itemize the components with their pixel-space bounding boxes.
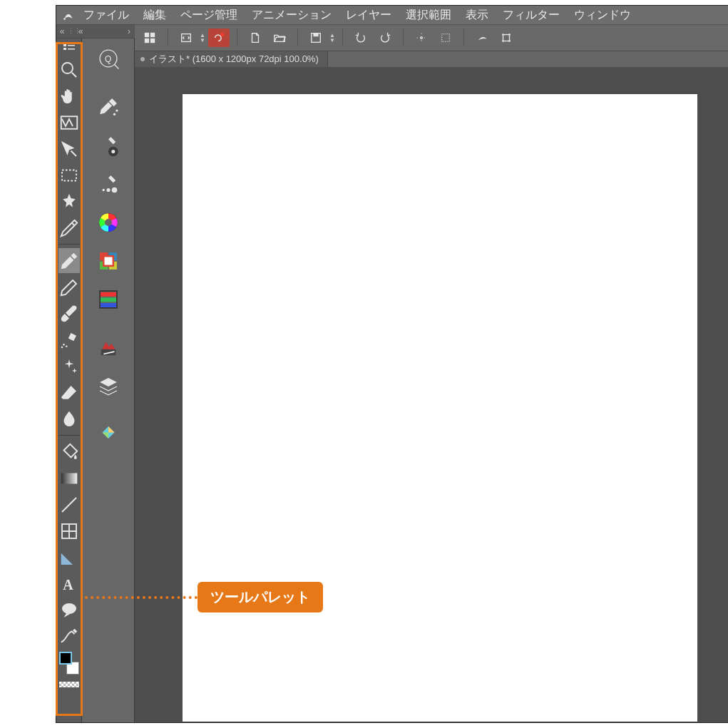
- svg-point-0: [63, 18, 66, 20]
- svg-point-33: [116, 109, 118, 111]
- rotate-view-tool[interactable]: [58, 110, 80, 135]
- history-spinner[interactable]: ▲▼: [329, 33, 335, 43]
- airbrush-tool[interactable]: [58, 327, 80, 352]
- menu-layer[interactable]: レイヤー: [339, 8, 399, 23]
- svg-point-6: [220, 33, 224, 36]
- palette-launcher-column: Q: [82, 39, 135, 722]
- figure-line-tool[interactable]: [58, 492, 80, 517]
- zoom-spinner[interactable]: ▲▼: [200, 33, 205, 43]
- pen-tool[interactable]: [58, 248, 80, 273]
- frame-border-tool[interactable]: [58, 518, 80, 543]
- ruler-tool[interactable]: [58, 545, 80, 570]
- text-tool[interactable]: A: [58, 571, 80, 596]
- new-file-button[interactable]: [245, 29, 266, 47]
- app-logo-icon: [61, 7, 76, 23]
- collapse-left-double-icon[interactable]: «: [56, 26, 68, 36]
- gradient-tool[interactable]: [58, 466, 80, 491]
- svg-point-13: [508, 34, 511, 36]
- svg-point-34: [111, 150, 115, 153]
- svg-point-32: [113, 113, 115, 116]
- pencil-tool[interactable]: [58, 275, 80, 299]
- eyedropper-tool[interactable]: [58, 215, 80, 240]
- menu-view[interactable]: 表示: [458, 8, 496, 23]
- undo-button[interactable]: [350, 29, 371, 47]
- svg-point-25: [61, 346, 63, 348]
- palette-menu-icon[interactable]: [58, 41, 80, 56]
- color-slider-button[interactable]: [94, 285, 123, 314]
- menu-file[interactable]: ファイル: [76, 8, 136, 23]
- fill-tool[interactable]: [58, 439, 80, 464]
- menu-edit[interactable]: 編集: [136, 8, 173, 23]
- record-timelapse-button[interactable]: [208, 29, 230, 47]
- material-button[interactable]: [94, 421, 123, 449]
- collapse-left-icon[interactable]: «: [75, 26, 86, 36]
- svg-point-14: [502, 40, 504, 42]
- hand-tool[interactable]: [58, 83, 80, 108]
- svg-rect-18: [63, 48, 66, 50]
- svg-rect-8: [313, 34, 318, 37]
- svg-rect-19: [68, 48, 75, 50]
- color-set-button[interactable]: [94, 247, 123, 275]
- menu-window[interactable]: ウィンドウ: [567, 8, 638, 23]
- collapse-right-icon[interactable]: ›: [123, 26, 135, 36]
- open-folder-button[interactable]: [269, 29, 290, 47]
- balloon-tool[interactable]: [58, 598, 80, 622]
- transform-button[interactable]: [496, 29, 517, 47]
- flip-canvas-button[interactable]: [175, 29, 197, 47]
- svg-point-36: [106, 188, 110, 192]
- color-wheel-button[interactable]: [94, 208, 123, 237]
- move-layer-tool[interactable]: [58, 136, 80, 161]
- blend-tool[interactable]: [58, 406, 80, 431]
- svg-point-20: [62, 63, 73, 73]
- svg-rect-11: [503, 35, 509, 41]
- brush-tool[interactable]: [58, 301, 80, 326]
- svg-point-23: [63, 344, 65, 346]
- subtool-button[interactable]: [94, 93, 123, 121]
- svg-rect-45: [100, 292, 117, 297]
- svg-rect-2: [150, 33, 155, 37]
- color-swatch[interactable]: [59, 652, 79, 680]
- correct-line-tool[interactable]: [58, 624, 80, 649]
- snap-center-button[interactable]: [411, 29, 432, 47]
- svg-rect-46: [100, 297, 117, 302]
- transparent-color-icon[interactable]: [59, 682, 79, 687]
- canvas-area: [135, 67, 728, 722]
- save-button[interactable]: [305, 29, 327, 47]
- svg-point-29: [62, 603, 76, 614]
- document-tab-bar: イラスト* (1600 x 1200px 72dpi 100.0%): [135, 51, 728, 67]
- eraser-tool[interactable]: [58, 380, 80, 405]
- tool-property-button[interactable]: [94, 131, 123, 160]
- svg-rect-47: [100, 303, 117, 307]
- decoration-tool[interactable]: [58, 354, 80, 379]
- menu-animation[interactable]: アニメーション: [245, 8, 339, 23]
- menu-filter[interactable]: フィルター: [496, 8, 567, 23]
- svg-point-35: [102, 189, 104, 191]
- fg-color-icon[interactable]: [59, 652, 72, 665]
- document-tab[interactable]: イラスト* (1600 x 1200px 72dpi 100.0%): [135, 51, 328, 67]
- snap-grid-button[interactable]: [435, 29, 456, 47]
- grid-view-button[interactable]: [139, 29, 160, 47]
- menu-bar: ファイル 編集 ページ管理 アニメーション レイヤー 選択範囲 表示 フィルター…: [56, 6, 728, 24]
- palette-nav-strip: « ⋮⋮ « ›: [56, 24, 135, 39]
- layer-property-button[interactable]: [94, 334, 123, 362]
- redo-button[interactable]: [374, 29, 396, 47]
- layers-button[interactable]: [94, 372, 123, 401]
- svg-text:A: A: [63, 576, 73, 592]
- command-bar: ▲▼ ▲▼: [135, 24, 728, 51]
- grip-icon[interactable]: ⋮⋮: [68, 28, 75, 35]
- menu-page[interactable]: ページ管理: [173, 8, 245, 23]
- auto-select-tool[interactable]: [58, 189, 80, 214]
- svg-point-12: [502, 34, 504, 36]
- canvas[interactable]: [183, 94, 697, 722]
- magnify-tool[interactable]: [58, 57, 80, 82]
- callout-leader-line: [85, 596, 198, 599]
- marquee-tool[interactable]: [58, 163, 80, 188]
- tab-modified-dot-icon: [140, 57, 145, 61]
- brush-size-button[interactable]: [94, 170, 123, 198]
- svg-rect-10: [441, 34, 449, 42]
- menu-selection[interactable]: 選択範囲: [399, 8, 458, 23]
- svg-text:Q: Q: [104, 54, 111, 64]
- quick-access-button[interactable]: Q: [94, 44, 123, 73]
- clear-layer-button[interactable]: [471, 29, 493, 47]
- svg-point-15: [508, 40, 511, 42]
